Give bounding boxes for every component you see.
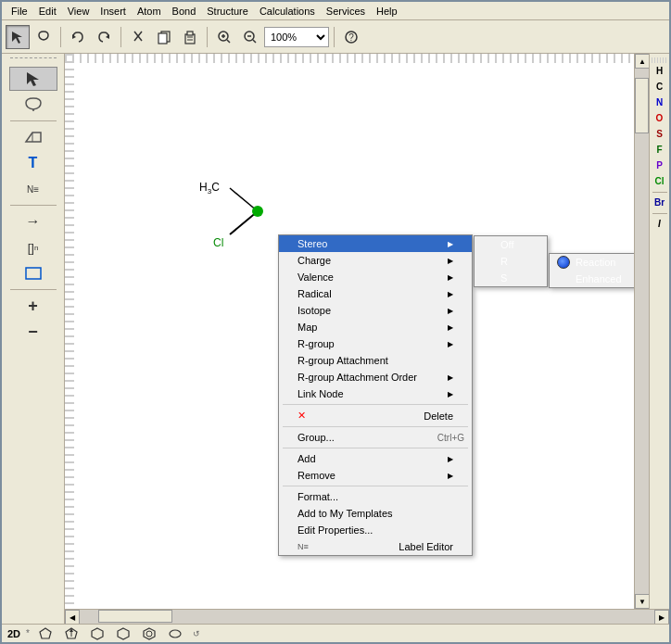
element-I[interactable]: I (652, 217, 668, 232)
svg-rect-6 (158, 33, 167, 44)
shape-custom-btn[interactable] (165, 625, 185, 643)
scroll-up-btn[interactable]: ▲ (635, 54, 650, 69)
ctx-radical[interactable]: Radical (279, 285, 472, 302)
menu-atom[interactable]: Atom (132, 5, 167, 18)
ctx-add[interactable]: Add (279, 450, 472, 467)
toolbar-sep-1 (60, 27, 61, 47)
left-sep-3 (10, 289, 57, 290)
menu-insert[interactable]: Insert (95, 5, 132, 18)
element-N[interactable]: N (652, 95, 668, 110)
minus-btn[interactable]: − (9, 320, 57, 344)
paste-btn[interactable] (178, 25, 202, 49)
ctx-add-templates[interactable]: Add to My Templates (279, 505, 472, 522)
scrollbar-vertical: ▲ ▼ (634, 54, 649, 609)
element-F[interactable]: F (652, 143, 668, 158)
ctx-format[interactable]: Format... (279, 488, 472, 505)
zoom-in-btn[interactable] (212, 25, 236, 49)
menu-structure[interactable]: Structure (201, 5, 254, 18)
scroll-track-h[interactable] (80, 610, 654, 624)
copy-btn[interactable] (152, 25, 176, 49)
bracket-btn[interactable]: []n (9, 235, 57, 259)
submenu-rs-s[interactable]: S (475, 270, 547, 286)
menu-edit[interactable]: Edit (33, 5, 62, 18)
lasso-tool-btn[interactable] (32, 25, 56, 49)
submenu-rs-off[interactable]: Off (475, 236, 547, 253)
ctx-remove[interactable]: Remove (279, 467, 472, 484)
element-Br[interactable]: Br (652, 196, 668, 210)
right-ruler (652, 57, 668, 63)
redo-btn[interactable] (92, 25, 116, 49)
element-C[interactable]: C (652, 80, 668, 95)
submenu-rs: Off R Reaction (474, 235, 548, 287)
arrow-select-btn[interactable] (9, 67, 57, 91)
svg-line-17 (253, 40, 256, 43)
element-P[interactable]: P (652, 158, 668, 173)
text-btn[interactable]: T (9, 151, 57, 175)
ctx-edit-properties[interactable]: Edit Properties... (279, 522, 472, 538)
element-H[interactable]: H (652, 64, 668, 79)
ctx-sep-3 (283, 448, 468, 448)
submenu-rs-r[interactable]: R Reaction Enhanced (475, 253, 547, 270)
scroll-left-btn[interactable]: ◀ (65, 610, 80, 624)
element-S[interactable]: S (652, 127, 668, 142)
svg-marker-0 (12, 32, 22, 44)
shape-pentagon-btn[interactable] (35, 625, 56, 643)
eraser-btn[interactable] (9, 125, 57, 149)
ruler-left (65, 54, 74, 609)
right-toolbar: H C N O S F P Cl Br I (649, 54, 669, 609)
svg-marker-33 (118, 628, 129, 639)
undo-btn[interactable] (66, 25, 90, 49)
element-Cl[interactable]: Cl (652, 174, 668, 189)
ctx-label-editor[interactable]: N≡ Label Editor (279, 538, 472, 555)
arrow-btn[interactable]: → (9, 209, 57, 234)
ctx-isotope[interactable]: Isotope (279, 302, 472, 319)
ctx-valence[interactable]: Valence (279, 269, 472, 285)
shape-benzene-btn[interactable] (139, 625, 159, 643)
ctx-charge[interactable]: Charge (279, 252, 472, 269)
atom-map-btn[interactable]: N≡ (9, 177, 57, 201)
ctx-link-node[interactable]: Link Node (279, 385, 472, 402)
submenu-reaction-item[interactable]: Reaction (550, 254, 634, 271)
element-O[interactable]: O (652, 111, 668, 126)
menu-help[interactable]: Help (371, 5, 403, 18)
ctx-stereo[interactable]: Stereo Off R (279, 235, 472, 252)
menu-view[interactable]: View (62, 5, 95, 18)
menu-file[interactable]: File (6, 5, 33, 18)
scroll-thumb-v[interactable] (635, 78, 649, 133)
canvas-area[interactable]: H3C Cl Stereo (65, 54, 634, 609)
zoom-select[interactable]: 50% 75% 100% 150% 200% (264, 27, 329, 47)
scroll-thumb-h[interactable] (98, 610, 172, 623)
shape-cyclohexane-btn[interactable] (113, 625, 133, 643)
zoom-out-btn[interactable] (238, 25, 262, 49)
ctx-rgroup-attachment-order[interactable]: R-group Attachment Order (279, 369, 472, 385)
scroll-down-btn[interactable]: ▼ (635, 594, 650, 609)
shape-hexagon-btn[interactable] (87, 625, 108, 643)
ctx-map[interactable]: Map (279, 319, 472, 335)
menu-calculations[interactable]: Calculations (254, 5, 321, 18)
scroll-track-v[interactable] (635, 69, 649, 594)
menu-bond[interactable]: Bond (167, 5, 202, 18)
scrollbar-horizontal: ◀ ▶ (65, 609, 669, 624)
ctx-rgroup[interactable]: R-group (279, 335, 472, 352)
delete-icon: ✕ (298, 410, 306, 422)
svg-marker-34 (144, 628, 155, 639)
shape-arrow-pentagon-btn[interactable] (61, 625, 82, 643)
rect-btn[interactable] (9, 261, 57, 285)
context-menu: Stereo Off R (278, 234, 473, 556)
ctx-delete[interactable]: ✕ Delete (279, 407, 472, 424)
scroll-right-btn[interactable]: ▶ (654, 610, 669, 624)
ctx-rgroup-attachment[interactable]: R-group Attachment (279, 352, 472, 369)
svg-text:Cl: Cl (213, 236, 223, 249)
ctx-group[interactable]: Group... Ctrl+G (279, 429, 472, 446)
submenu-enhanced-item[interactable]: Enhanced (550, 271, 634, 287)
plus-btn[interactable]: + (9, 294, 57, 318)
mode-label: 2D (7, 628, 20, 639)
app-window: File Edit View Insert Atom Bond Structur… (0, 0, 671, 644)
help-btn[interactable]: ? (339, 25, 363, 49)
star-indicator: * (26, 628, 30, 638)
cut-btn[interactable] (126, 25, 150, 49)
menu-services[interactable]: Services (321, 5, 371, 18)
lasso-select-btn[interactable] (9, 93, 57, 117)
ruler-mark (10, 57, 57, 63)
select-tool-btn[interactable] (6, 25, 30, 49)
